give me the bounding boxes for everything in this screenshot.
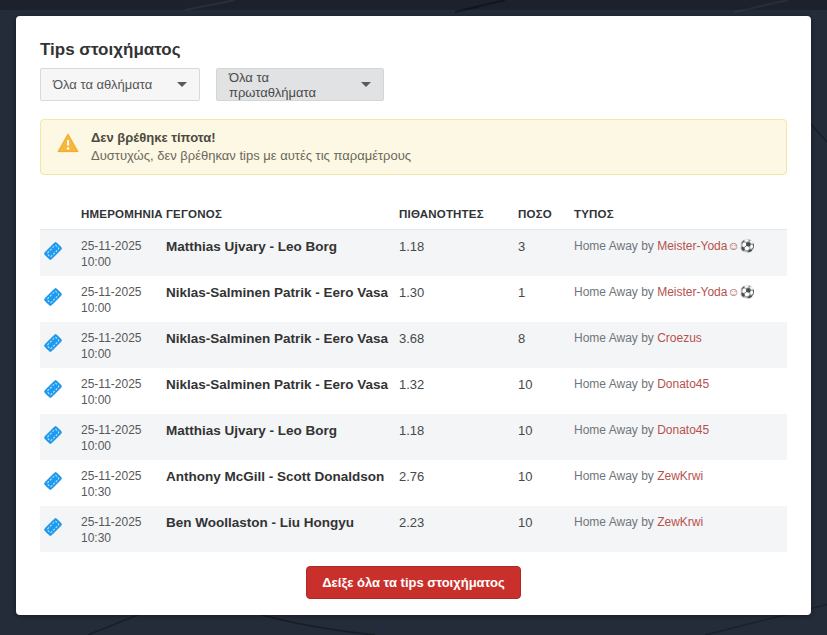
tip-type-prefix: Home Away by — [574, 331, 657, 345]
tip-odds: 3.68 — [399, 330, 518, 347]
tip-amount: 1 — [518, 284, 574, 301]
footer: Δείξε όλα τα tips στοιχήματος — [40, 566, 787, 599]
table-row[interactable]: 25-11-2025 10:00 Matthias Ujvary - Leo B… — [40, 414, 787, 460]
tip-time: 10:30 — [81, 530, 166, 546]
tip-odds: 2.76 — [399, 468, 518, 485]
tip-amount: 10 — [518, 422, 574, 439]
tip-type-prefix: Home Away by — [574, 515, 657, 529]
tip-time: 10:30 — [81, 484, 166, 500]
tips-table-body: 25-11-2025 10:00 Matthias Ujvary - Leo B… — [40, 230, 787, 552]
table-header-row: ΗΜΕΡΟΜΗΝΙΑ ΓΕΓΟΝΟΣ ΠΙΘΑΝΟΤΗΤΕΣ ΠΟΣΟ ΤΥΠΟ… — [40, 208, 787, 230]
tipster-link[interactable]: Meister-Yoda☺⚽ — [657, 285, 754, 299]
tipster-link[interactable]: ZewKrwi — [657, 469, 703, 483]
tip-date: 25-11-2025 — [81, 422, 166, 438]
warning-triangle-icon — [57, 133, 79, 153]
tipster-link[interactable]: Donato45 — [657, 423, 709, 437]
col-header-date: ΗΜΕΡΟΜΗΝΙΑ — [81, 208, 166, 220]
tips-card: Tips στοιχήματος Όλα τα αθλήματα Όλα τα … — [16, 16, 811, 615]
table-row[interactable]: 25-11-2025 10:30 Ben Woollaston - Liu Ho… — [40, 506, 787, 552]
tip-type-prefix: Home Away by — [574, 377, 657, 391]
tip-amount: 10 — [518, 468, 574, 485]
alert-message: Δυστυχώς, δεν βρέθηκαν tips με αυτές τις… — [91, 146, 411, 165]
ticket-icon — [42, 240, 64, 262]
tip-type-prefix: Home Away by — [574, 469, 657, 483]
tip-amount: 10 — [518, 376, 574, 393]
ticket-icon — [42, 286, 64, 308]
col-header-odds: ΠΙΘΑΝΟΤΗΤΕΣ — [399, 208, 518, 220]
tip-event: Anthony McGill - Scott Donaldson — [166, 468, 399, 485]
tip-time: 10:00 — [81, 300, 166, 316]
tipster-link[interactable]: Croezus — [657, 331, 702, 345]
tip-date: 25-11-2025 — [81, 284, 166, 300]
tip-amount: 8 — [518, 330, 574, 347]
tip-time: 10:00 — [81, 254, 166, 270]
tip-time: 10:00 — [81, 438, 166, 454]
caret-down-icon — [177, 82, 187, 87]
tip-amount: 10 — [518, 514, 574, 531]
table-row[interactable]: 25-11-2025 10:30 Anthony McGill - Scott … — [40, 460, 787, 506]
tip-odds: 1.30 — [399, 284, 518, 301]
page-title: Tips στοιχήματος — [40, 40, 787, 60]
tipster-link[interactable]: Donato45 — [657, 377, 709, 391]
tip-date: 25-11-2025 — [81, 376, 166, 392]
tip-odds: 2.23 — [399, 514, 518, 531]
filter-bar: Όλα τα αθλήματα Όλα τα πρωταθλήματα — [40, 68, 787, 101]
table-row[interactable]: 25-11-2025 10:00 Niklas-Salminen Patrik … — [40, 276, 787, 322]
tip-odds: 1.18 — [399, 422, 518, 439]
show-all-tips-button[interactable]: Δείξε όλα τα tips στοιχήματος — [306, 566, 520, 599]
ticket-icon — [42, 378, 64, 400]
tip-event: Ben Woollaston - Liu Hongyu — [166, 514, 399, 531]
league-filter-dropdown[interactable]: Όλα τα πρωταθλήματα — [216, 68, 384, 101]
alert-title: Δεν βρέθηκε τίποτα! — [91, 129, 411, 146]
table-row[interactable]: 25-11-2025 10:00 Matthias Ujvary - Leo B… — [40, 230, 787, 276]
tip-event: Niklas-Salminen Patrik - Eero Vasa — [166, 284, 399, 301]
tip-type-prefix: Home Away by — [574, 285, 657, 299]
ticket-icon — [42, 516, 64, 538]
tip-type-prefix: Home Away by — [574, 423, 657, 437]
ticket-icon — [42, 424, 64, 446]
tipster-link[interactable]: Meister-Yoda☺⚽ — [657, 239, 754, 253]
sport-filter-value: Όλα τα αθλήματα — [53, 77, 152, 92]
tip-amount: 3 — [518, 238, 574, 255]
tip-date: 25-11-2025 — [81, 238, 166, 254]
tip-date: 25-11-2025 — [81, 514, 166, 530]
tip-time: 10:00 — [81, 392, 166, 408]
ticket-icon — [42, 470, 64, 492]
col-header-event: ΓΕΓΟΝΟΣ — [166, 208, 399, 220]
tip-type-prefix: Home Away by — [574, 239, 657, 253]
caret-down-icon — [361, 82, 371, 87]
tip-event: Matthias Ujvary - Leo Borg — [166, 238, 399, 255]
sport-filter-dropdown[interactable]: Όλα τα αθλήματα — [40, 68, 200, 101]
tip-odds: 1.32 — [399, 376, 518, 393]
tip-time: 10:00 — [81, 346, 166, 362]
tip-event: Niklas-Salminen Patrik - Eero Vasa — [166, 330, 399, 347]
tipster-link[interactable]: ZewKrwi — [657, 515, 703, 529]
tip-event: Matthias Ujvary - Leo Borg — [166, 422, 399, 439]
tip-odds: 1.18 — [399, 238, 518, 255]
tip-event: Niklas-Salminen Patrik - Eero Vasa — [166, 376, 399, 393]
tip-date: 25-11-2025 — [81, 330, 166, 346]
no-results-alert: Δεν βρέθηκε τίποτα! Δυστυχώς, δεν βρέθηκ… — [40, 119, 787, 175]
league-filter-value: Όλα τα πρωταθλήματα — [229, 70, 351, 100]
col-header-amount: ΠΟΣΟ — [518, 208, 574, 220]
tip-date: 25-11-2025 — [81, 468, 166, 484]
table-row[interactable]: 25-11-2025 10:00 Niklas-Salminen Patrik … — [40, 322, 787, 368]
ticket-icon — [42, 332, 64, 354]
col-header-type: ΤΥΠΟΣ — [574, 208, 787, 220]
table-row[interactable]: 25-11-2025 10:00 Niklas-Salminen Patrik … — [40, 368, 787, 414]
